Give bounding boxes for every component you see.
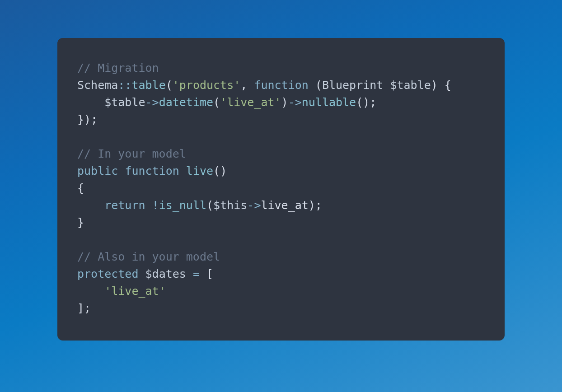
code-token: table (131, 79, 165, 92)
code-line: ]; (77, 300, 485, 317)
code-token: ( (166, 79, 173, 92)
code-token: ) (281, 96, 288, 109)
code-token: -> (247, 199, 261, 212)
code-token: () (213, 164, 227, 177)
code-token: (); (356, 96, 376, 109)
code-line: { (77, 180, 485, 197)
code-line: // In your model (77, 145, 485, 163)
code-token: datetime (159, 96, 213, 109)
code-token: 'live_at' (104, 285, 165, 298)
code-token: ) { (431, 79, 451, 92)
code-line (77, 128, 485, 145)
code-content: // MigrationSchema::table('products', fu… (77, 60, 485, 317)
code-block: // MigrationSchema::table('products', fu… (57, 38, 505, 341)
code-line: $table->datetime('live_at')->nullable(); (77, 94, 485, 111)
code-token: ]; (77, 302, 91, 315)
code-token: $table (390, 79, 431, 92)
code-line: // Migration (77, 60, 485, 77)
code-token: nullable (302, 96, 356, 109)
code-token (118, 164, 125, 177)
code-token: -> (145, 96, 159, 109)
code-token: function (125, 164, 179, 177)
code-line: Schema::table('products', function (Blue… (77, 77, 485, 94)
code-token (186, 267, 193, 280)
code-token: // Also in your model (77, 250, 220, 263)
code-line (77, 231, 485, 248)
code-token: , (240, 79, 254, 92)
code-token: function (254, 79, 308, 92)
code-token: -> (288, 96, 302, 109)
code-token: protected (77, 267, 138, 280)
code-token (77, 96, 104, 109)
code-token (77, 199, 104, 212)
code-token: public (77, 164, 118, 177)
code-token: 'products' (173, 79, 241, 92)
code-token: return (104, 199, 145, 212)
code-token: } (77, 216, 84, 229)
code-token: // In your model (77, 147, 186, 160)
code-token: ); (309, 199, 322, 212)
code-token: { (77, 182, 84, 195)
code-token: Schema (77, 79, 118, 92)
code-token: $dates (145, 267, 186, 280)
code-line: protected $dates = [ (77, 266, 485, 283)
code-token (138, 267, 145, 280)
code-token: Blueprint (322, 79, 390, 92)
code-line: public function live() (77, 163, 485, 180)
code-token (145, 199, 152, 212)
code-token: ( (309, 79, 322, 92)
code-token (77, 285, 104, 298)
code-line: return !is_null($this->live_at); (77, 197, 485, 214)
code-token: $this (213, 199, 247, 212)
code-token: $table (104, 96, 145, 109)
code-token: ( (213, 96, 220, 109)
code-token (179, 164, 186, 177)
code-line: // Also in your model (77, 248, 485, 266)
code-token: [ (200, 267, 213, 280)
code-token: 'live_at' (220, 96, 281, 109)
code-token: }); (77, 113, 98, 126)
code-token: ( (206, 199, 213, 212)
code-token: = (193, 267, 200, 280)
code-token: // Migration (77, 61, 159, 75)
code-token: is_null (159, 199, 206, 212)
code-line: 'live_at' (77, 283, 485, 300)
code-line: } (77, 214, 485, 231)
code-token: :: (118, 79, 131, 92)
code-token: live (186, 164, 213, 177)
code-line: }); (77, 111, 485, 128)
code-token: ! (152, 199, 159, 212)
code-token: live_at (261, 199, 308, 212)
